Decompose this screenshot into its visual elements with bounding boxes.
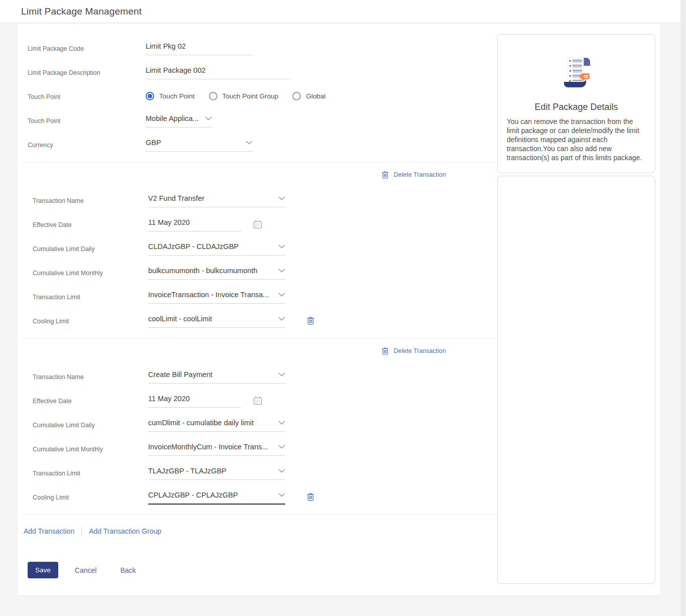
limit-package-form: Limit Package Code Limit Pkg 02 Limit Pa… xyxy=(18,24,497,578)
touch-point-radio-row: Touch Point Touch Point Touch Point Grou… xyxy=(28,89,497,113)
effective-date-input[interactable]: 11 May 2020 xyxy=(148,217,241,231)
transaction-section-2: Delete Transaction Transaction Name Crea… xyxy=(18,338,497,514)
cumulative-limit-daily-label: Cumulative Limit Daily xyxy=(33,241,148,253)
action-buttons-row: Save Cancel Back xyxy=(28,562,497,578)
package-code-value: Limit Pkg 02 xyxy=(146,42,186,50)
help-panel-title: Edit Package Details xyxy=(498,102,655,112)
transaction-limit-label: Transaction Limit xyxy=(33,466,148,477)
scrollbar[interactable] xyxy=(680,0,686,616)
package-description-label: Limit Package Description xyxy=(28,65,146,76)
touch-point-select-row: Touch Point Mobile Applica... xyxy=(28,113,497,138)
chevron-down-icon xyxy=(278,469,285,473)
chevron-down-icon xyxy=(278,317,285,321)
save-button[interactable]: Save xyxy=(28,562,58,578)
transaction-name-label: Transaction Name xyxy=(33,369,148,381)
chevron-down-icon xyxy=(278,373,285,377)
page-header: Limit Package Management xyxy=(0,0,686,23)
cumulative-limit-daily-row: Cumulative Limit Daily cumDlimit - cumul… xyxy=(33,418,497,442)
delete-transaction-label: Delete Transaction xyxy=(394,171,446,178)
chevron-down-icon xyxy=(278,445,285,449)
calendar-icon[interactable] xyxy=(253,396,262,405)
transaction-name-value: Create Bill Payment xyxy=(148,371,212,379)
cooling-limit-label: Cooling Limit xyxy=(33,314,148,325)
transaction-limit-select[interactable]: TLAJzGBP - TLAJzGBP xyxy=(148,466,285,480)
radio-touch-point-group[interactable]: Touch Point Group xyxy=(209,92,279,100)
delete-transaction-button[interactable]: Delete Transaction xyxy=(381,346,446,355)
touch-point-radio-group: Touch Point Touch Point Group Global xyxy=(146,89,325,100)
transaction-name-select[interactable]: V2 Fund Transfer xyxy=(148,193,285,207)
help-panel: Edit Package Details You can remove the … xyxy=(497,34,655,584)
cumulative-limit-daily-value: cumDlimit - cumulatibe daily limit xyxy=(148,419,254,427)
cooling-limit-row: Cooling Limit coolLimit - coolLimit xyxy=(33,314,497,338)
transaction-name-row: Transaction Name Create Bill Payment xyxy=(33,369,497,394)
effective-date-row: Effective Date 11 May 2020 xyxy=(33,217,497,241)
cumulative-limit-daily-select[interactable]: cumDlimit - cumulatibe daily limit xyxy=(148,418,285,432)
touch-point-select-label: Touch Point xyxy=(28,113,146,125)
chevron-down-icon xyxy=(278,421,285,425)
chevron-down-icon xyxy=(278,493,285,497)
transaction-2-fields: Transaction Name Create Bill Payment Eff… xyxy=(33,338,497,514)
transaction-limit-label: Transaction Limit xyxy=(33,290,148,301)
radio-unselected-icon xyxy=(209,92,217,100)
calendar-icon[interactable] xyxy=(253,220,262,229)
delete-transaction-button[interactable]: Delete Transaction xyxy=(381,170,446,179)
effective-date-label: Effective Date xyxy=(33,394,148,405)
edit-package-details-card: Edit Package Details You can remove the … xyxy=(497,34,655,173)
currency-select[interactable]: GBP xyxy=(146,138,253,152)
help-panel-description: You can remove the transaction from the … xyxy=(498,112,655,163)
transaction-limit-value: InvoiceTransaction - Invoice Transa... xyxy=(148,291,269,299)
radio-unselected-icon xyxy=(292,92,301,100)
effective-date-label: Effective Date xyxy=(33,217,148,228)
cumulative-limit-monthly-value: InvoiceMonthlyCum - Invoice Trans... xyxy=(148,443,268,451)
chevron-down-icon xyxy=(278,244,285,249)
radio-touch-point-group-label: Touch Point Group xyxy=(222,92,279,100)
scroll-document-icon xyxy=(561,57,592,89)
radio-global[interactable]: Global xyxy=(292,92,325,100)
chevron-down-icon xyxy=(278,196,285,200)
cooling-limit-select[interactable]: coolLimit - coolLimit xyxy=(148,314,285,328)
back-button[interactable]: Back xyxy=(120,566,136,574)
transaction-section-1: Delete Transaction Transaction Name V2 F… xyxy=(18,162,497,338)
package-description-row: Limit Package Description Limit Package … xyxy=(28,65,497,89)
cancel-button[interactable]: Cancel xyxy=(75,566,97,574)
effective-date-input[interactable]: 11 May 2020 xyxy=(148,394,241,408)
radio-global-label: Global xyxy=(306,92,325,100)
touch-point-select[interactable]: Mobile Applica... xyxy=(146,113,212,128)
cumulative-limit-monthly-select[interactable]: bulkcumumonth - bulkcumumonth xyxy=(148,266,285,280)
cooling-limit-row: Cooling Limit CPLAJzGBP - CPLAJzGBP xyxy=(33,490,497,514)
delete-limit-row-button[interactable] xyxy=(306,492,315,502)
page-title: Limit Package Management xyxy=(21,6,142,17)
cumulative-limit-monthly-value: bulkcumumonth - bulkcumumonth xyxy=(148,267,258,275)
cooling-limit-select[interactable]: CPLAJzGBP - CPLAJzGBP xyxy=(148,490,285,505)
chevron-down-icon xyxy=(278,269,285,273)
cooling-limit-value: coolLimit - coolLimit xyxy=(148,315,212,323)
chevron-down-icon xyxy=(205,116,212,120)
add-transaction-group-link[interactable]: Add Transaction Group xyxy=(89,527,161,535)
cumulative-limit-monthly-label: Cumulative Limit Monthly xyxy=(33,266,148,277)
package-code-label: Limit Package Code xyxy=(28,41,146,52)
add-transaction-link[interactable]: Add Transaction xyxy=(24,527,74,535)
delete-limit-row-button[interactable] xyxy=(306,316,315,325)
cooling-limit-label: Cooling Limit xyxy=(33,490,148,501)
cumulative-limit-monthly-select[interactable]: InvoiceMonthlyCum - Invoice Trans... xyxy=(148,442,285,456)
radio-touch-point[interactable]: Touch Point xyxy=(146,92,195,100)
package-description-input[interactable]: Limit Package 002 xyxy=(146,65,290,79)
package-code-input[interactable]: Limit Pkg 02 xyxy=(146,41,254,55)
delete-transaction-label: Delete Transaction xyxy=(394,347,446,354)
cooling-limit-value: CPLAJzGBP - CPLAJzGBP xyxy=(148,491,238,499)
package-description-value: Limit Package 002 xyxy=(146,66,205,74)
transaction-1-fields: Transaction Name V2 Fund Transfer Effect… xyxy=(33,162,497,338)
cumulative-limit-daily-value: CLDAJzGBP - CLDAJzGBP xyxy=(148,242,239,251)
content-card: Limit Package Code Limit Pkg 02 Limit Pa… xyxy=(18,24,660,595)
transaction-limit-select[interactable]: InvoiceTransaction - Invoice Transa... xyxy=(148,290,285,304)
transaction-name-select[interactable]: Create Bill Payment xyxy=(148,369,285,384)
cumulative-limit-daily-label: Cumulative Limit Daily xyxy=(33,418,148,429)
cumulative-limit-daily-select[interactable]: CLDAJzGBP - CLDAJzGBP xyxy=(148,241,285,256)
cumulative-limit-monthly-label: Cumulative Limit Monthly xyxy=(33,442,148,453)
radio-touch-point-label: Touch Point xyxy=(159,92,195,100)
chevron-down-icon xyxy=(246,141,253,145)
add-links-row: Add Transaction Add Transaction Group xyxy=(18,515,497,539)
transaction-limit-row: Transaction Limit TLAJzGBP - TLAJzGBP xyxy=(33,466,497,490)
effective-date-value: 11 May 2020 xyxy=(148,218,190,226)
currency-row: Currency GBP xyxy=(28,138,497,162)
